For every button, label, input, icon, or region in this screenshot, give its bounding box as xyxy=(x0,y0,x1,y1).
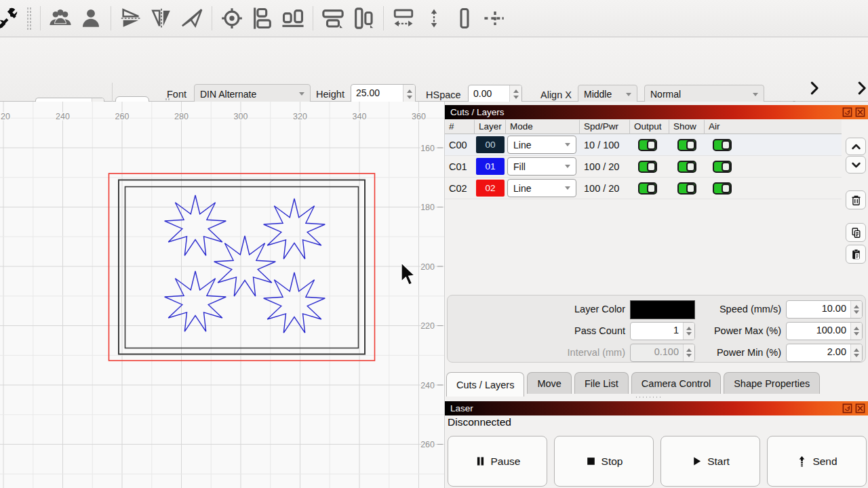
layer-color-chip[interactable]: 00 xyxy=(475,136,506,153)
toggle[interactable] xyxy=(677,182,696,195)
speed-input[interactable]: 10.00 xyxy=(786,300,863,319)
column-header[interactable]: Air xyxy=(705,120,840,134)
group-icon[interactable] xyxy=(47,4,74,33)
float-panel-icon[interactable] xyxy=(842,107,852,117)
layer-mode-select[interactable]: Fill xyxy=(506,157,580,176)
hspace-label: HSpace xyxy=(426,89,461,100)
svg-text:320: 320 xyxy=(293,112,307,121)
show-toggle[interactable] xyxy=(669,139,705,151)
toggle[interactable] xyxy=(638,182,657,195)
toolbar-overflow-chevron[interactable] xyxy=(807,81,822,96)
font-select[interactable]: DIN Alternate xyxy=(194,84,311,104)
delete-layer-button[interactable] xyxy=(846,190,866,209)
svg-text:160: 160 xyxy=(420,144,435,153)
copy-layer-button[interactable] xyxy=(846,223,866,242)
power-min-label: Power Min (%) xyxy=(692,347,781,358)
move-down-button[interactable] xyxy=(846,156,866,174)
tab-shape-properties[interactable]: Shape Properties xyxy=(724,372,820,394)
height-input[interactable]: 25.00 xyxy=(351,84,416,104)
toggle[interactable] xyxy=(638,139,657,151)
power-min-input[interactable]: 2.00 xyxy=(786,344,863,362)
laser-titlebar[interactable]: Laser xyxy=(445,401,868,415)
power-max-input[interactable]: 100.00 xyxy=(786,322,863,340)
column-header[interactable]: Output xyxy=(630,120,669,134)
air-toggle[interactable] xyxy=(705,161,840,173)
toggle[interactable] xyxy=(677,139,696,151)
output-toggle[interactable] xyxy=(630,161,669,173)
tab-file-list[interactable]: File List xyxy=(574,372,629,394)
toggle[interactable] xyxy=(713,161,732,173)
float-panel-icon[interactable] xyxy=(842,403,852,413)
layer-mode-select[interactable]: Line xyxy=(506,136,580,154)
panel-drag-dots[interactable] xyxy=(635,396,662,399)
column-header[interactable]: Layer xyxy=(475,120,506,134)
svg-text:360: 360 xyxy=(412,112,426,121)
workspace-canvas[interactable]: 2024026028030032034036016018020022024026… xyxy=(0,102,444,488)
toggle[interactable] xyxy=(638,161,657,173)
toolbar-overflow-chevron-2[interactable] xyxy=(854,81,868,96)
button-label: Pause xyxy=(491,455,521,468)
layer-row[interactable]: C0000Line10 / 100 xyxy=(445,134,842,156)
air-toggle[interactable] xyxy=(705,182,840,195)
hspace-input[interactable]: 0.00 xyxy=(468,85,522,104)
flip-vertical-icon[interactable] xyxy=(117,4,144,33)
column-header[interactable]: Spd/Pwr xyxy=(580,120,630,134)
text-style-select[interactable]: Normal xyxy=(644,85,764,104)
stop-button[interactable]: Stop xyxy=(554,436,654,487)
move-up-button[interactable] xyxy=(846,138,866,155)
tab-camera-control[interactable]: Camera Control xyxy=(631,372,721,394)
toolbar-drag-handle[interactable] xyxy=(26,7,32,30)
layer-row[interactable]: C0101Fill100 / 20 xyxy=(445,156,842,178)
flip-horizontal-icon[interactable] xyxy=(148,4,175,33)
show-toggle[interactable] xyxy=(669,161,705,173)
layer-color-swatch[interactable] xyxy=(630,300,695,319)
align-vertical-icon[interactable] xyxy=(249,4,276,33)
button-label: Send xyxy=(812,455,837,468)
output-toggle[interactable] xyxy=(630,182,669,195)
layer-color-chip[interactable]: 01 xyxy=(475,158,506,175)
height-spinner[interactable] xyxy=(403,85,415,103)
same-width-icon[interactable] xyxy=(390,4,417,33)
ungroup-icon[interactable] xyxy=(77,4,104,33)
layer-speed-power: 10 / 100 xyxy=(580,140,630,150)
pause-button[interactable]: Pause xyxy=(448,436,547,487)
show-toggle[interactable] xyxy=(669,182,705,195)
close-panel-icon[interactable] xyxy=(855,403,865,413)
main-toolbar xyxy=(0,0,868,37)
layer-color-chip[interactable]: 02 xyxy=(475,180,506,197)
toggle[interactable] xyxy=(677,161,696,173)
same-height-icon[interactable] xyxy=(420,4,448,33)
column-header[interactable]: # xyxy=(445,120,475,134)
layer-row[interactable]: C0202Line100 / 20 xyxy=(445,178,842,199)
alignx-select[interactable]: Middle xyxy=(578,85,637,104)
toggle[interactable] xyxy=(713,182,732,195)
column-header[interactable]: Mode xyxy=(506,120,580,134)
tab-cuts-layers[interactable]: Cuts / Layers xyxy=(446,372,524,396)
output-toggle[interactable] xyxy=(630,139,669,151)
tab-move[interactable]: Move xyxy=(527,372,571,394)
start-button[interactable]: Start xyxy=(660,436,760,487)
font-label: Font xyxy=(167,89,186,100)
air-toggle[interactable] xyxy=(705,139,840,151)
toolbar-separator xyxy=(111,6,111,30)
align-horizontal-icon[interactable] xyxy=(279,4,307,33)
pass-count-input[interactable]: 1 xyxy=(630,322,695,340)
distribute-horizontal-icon[interactable] xyxy=(319,4,347,33)
send-button[interactable]: Send xyxy=(767,436,867,487)
toggle[interactable] xyxy=(713,139,732,151)
bar-icon[interactable] xyxy=(451,4,478,33)
layer-mode-select[interactable]: Line xyxy=(506,179,580,197)
paste-layer-button[interactable] xyxy=(846,245,866,264)
close-panel-icon[interactable] xyxy=(855,107,865,117)
column-header[interactable]: Show xyxy=(669,120,705,134)
svg-text:280: 280 xyxy=(174,112,189,121)
tools-icon[interactable] xyxy=(0,4,21,33)
distribute-vertical-icon[interactable] xyxy=(350,4,377,33)
layer-id: C00 xyxy=(445,140,475,150)
laser-title: Laser xyxy=(448,403,473,413)
move-cross-icon[interactable] xyxy=(481,4,509,33)
cuts-layers-titlebar[interactable]: Cuts / Layers xyxy=(445,105,868,119)
laser-status: Disconnected xyxy=(448,416,511,428)
mirror-icon[interactable] xyxy=(178,4,205,33)
focus-icon[interactable] xyxy=(218,4,245,33)
